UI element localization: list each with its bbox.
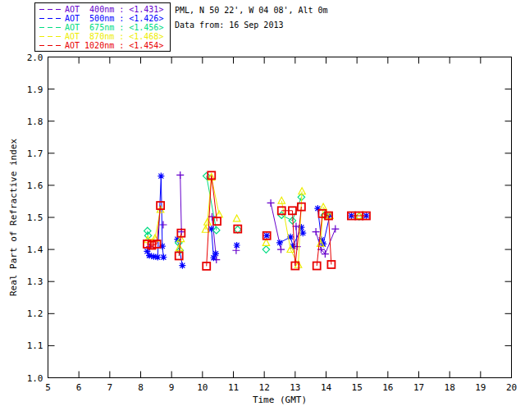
aeronet-refractive-index-screen: AOT 400nm : <1.431>AOT 500nm : <1.426>AO…: [0, 0, 525, 420]
y-tick-label: 1.4: [27, 244, 43, 255]
legend-entry-label: AOT 675nm : <1.456>: [65, 23, 163, 32]
series-aot-400nm: [146, 171, 339, 263]
series-aot-1020nm: [144, 171, 370, 270]
x-tick-label: 9: [169, 382, 175, 393]
x-tick-label: 19: [475, 382, 486, 393]
y-tick-label: 1.1: [27, 340, 43, 351]
legend-entry: AOT 870nm : <1.468>: [35, 32, 170, 41]
y-tick-label: 1.7: [27, 148, 43, 159]
x-tick-label: 11: [228, 382, 239, 393]
y-axis: 1.01.11.21.31.41.51.61.71.81.92.0: [27, 52, 512, 384]
y-tick-label: 1.0: [27, 373, 43, 384]
x-tick-label: 13: [290, 382, 300, 393]
y-tick-label: 1.8: [27, 116, 43, 127]
legend-dash-swatch-icon: [39, 45, 62, 46]
y-tick-label: 1.9: [27, 84, 43, 95]
chart-canvas: 5678910111213141516171819201.01.11.21.31…: [0, 0, 525, 420]
legend-entry: AOT 675nm : <1.456>: [35, 23, 170, 32]
x-tick-label: 17: [413, 382, 424, 393]
x-tick-label: 18: [445, 382, 455, 393]
x-tick-label: 8: [138, 382, 144, 393]
legend-entry-label: AOT 500nm : <1.426>: [65, 14, 163, 23]
x-tick-label: 7: [107, 382, 113, 393]
legend-dash-swatch-icon: [39, 18, 62, 19]
y-tick-label: 1.2: [27, 308, 43, 319]
site-location-text: PML, N 50 22', W 04 08', Alt 0m: [175, 3, 328, 18]
legend-entry: AOT 400nm : <1.431>: [35, 5, 170, 14]
x-axis: 567891011121314151617181920: [45, 57, 517, 393]
x-tick-label: 6: [76, 382, 82, 393]
legend-entry: AOT 500nm : <1.426>: [35, 14, 170, 23]
series-aot-870nm: [144, 174, 363, 268]
legend-dash-swatch-icon: [39, 9, 62, 10]
y-tick-label: 2.0: [27, 52, 43, 63]
series-aot-500nm: [144, 173, 369, 269]
legend-dash-swatch-icon: [39, 27, 62, 28]
x-tick-label: 16: [382, 382, 393, 393]
x-tick-label: 12: [259, 382, 270, 393]
y-tick-label: 1.6: [27, 180, 43, 191]
legend-box: AOT 400nm : <1.431>AOT 500nm : <1.426>AO…: [34, 2, 171, 52]
x-tick-label: 15: [352, 382, 363, 393]
legend-entry-label: AOT 870nm : <1.468>: [65, 32, 163, 41]
x-axis-title: Time (GMT): [253, 395, 307, 405]
legend-entry-label: AOT 1020nm : <1.454>: [65, 41, 163, 50]
legend-entry: AOT 1020nm : <1.454>: [35, 41, 170, 50]
y-axis-title: Real Part of Refractive index: [8, 139, 19, 296]
x-tick-label: 20: [506, 382, 517, 393]
x-tick-label: 10: [197, 382, 208, 393]
site-info-block: PML, N 50 22', W 04 08', Alt 0m Data fro…: [175, 3, 328, 33]
data-date-text: Data from: 16 Sep 2013: [175, 18, 328, 33]
y-tick-label: 1.5: [27, 212, 43, 223]
y-tick-label: 1.3: [27, 276, 43, 287]
legend-dash-swatch-icon: [39, 36, 62, 37]
x-tick-label: 14: [321, 382, 332, 393]
legend-entry-label: AOT 400nm : <1.431>: [65, 5, 163, 14]
x-tick-label: 5: [45, 382, 51, 393]
